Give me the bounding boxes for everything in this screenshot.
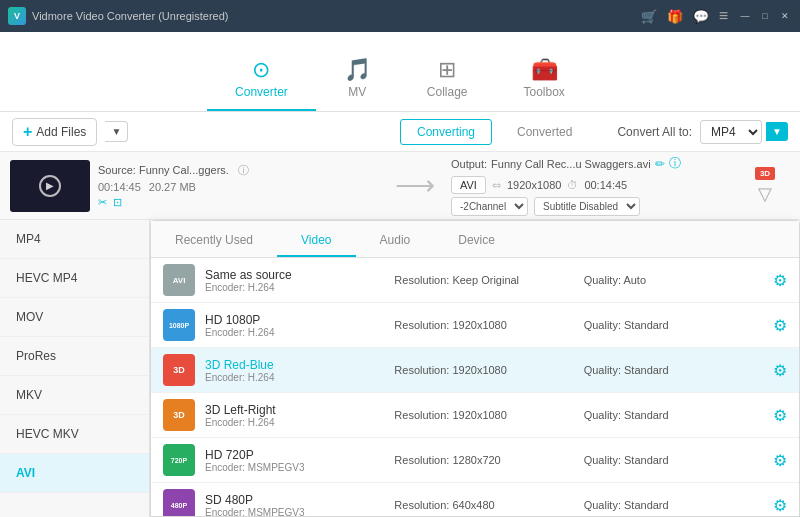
panel-tab-recently-used[interactable]: Recently Used <box>151 225 277 257</box>
format-name-same: Same as source <box>205 268 384 282</box>
format-desc-3d-red: 3D Red-Blue Encoder: H.264 <box>205 358 384 383</box>
tab-toolbox[interactable]: 🧰 Toolbox <box>496 51 593 111</box>
arrow-right-icon: ⟶ <box>387 169 443 202</box>
panel-tab-device[interactable]: Device <box>434 225 519 257</box>
format-badge-avi: AVI <box>451 176 486 194</box>
format-list: MP4 HEVC MP4 MOV ProRes MKV HEVC MKV AVI <box>0 220 150 517</box>
file-duration: 00:14:45 <box>98 181 141 193</box>
add-files-label: Add Files <box>36 125 86 139</box>
format-table: AVI Same as source Encoder: H.264 Resolu… <box>151 258 799 516</box>
convert-all-select[interactable]: MP4 AVI MKV MOV <box>700 120 762 144</box>
format-list-item-hevc-mp4[interactable]: HEVC MP4 <box>0 259 149 298</box>
format-resolution-3d-lr: Resolution: 1920x1080 <box>394 409 573 421</box>
format-resolution-3d-red: Resolution: 1920x1080 <box>394 364 573 376</box>
source-label: Source: <box>98 164 136 176</box>
file-thumbnail: ▶ <box>10 160 90 212</box>
format-list-item-prores[interactable]: ProRes <box>0 337 149 376</box>
format-list-item-hevc-mkv[interactable]: HEVC MKV <box>0 415 149 454</box>
info-output-icon[interactable]: ⓘ <box>669 155 681 172</box>
format-encoder-3d-red: Encoder: H.264 <box>205 372 384 383</box>
format-row-3d-left-right[interactable]: 3D 3D Left-Right Encoder: H.264 Resoluti… <box>151 393 799 438</box>
converted-tab-button[interactable]: Converted <box>500 119 589 145</box>
subtitle-select[interactable]: Subtitle Disabled <box>534 197 640 216</box>
minimize-button[interactable]: — <box>738 9 752 23</box>
file-source: Source: Funny Cal...ggers. ⓘ <box>98 163 379 178</box>
format-row-same-as-source[interactable]: AVI Same as source Encoder: H.264 Resolu… <box>151 258 799 303</box>
format-list-item-mp4[interactable]: MP4 <box>0 220 149 259</box>
format-encoder-3d-lr: Encoder: H.264 <box>205 417 384 428</box>
convert-all-dropdown-button[interactable]: ▼ <box>766 122 788 141</box>
collage-icon: ⊞ <box>438 59 456 81</box>
add-files-dropdown-button[interactable]: ▼ <box>105 121 128 142</box>
format-label: AVI <box>460 179 477 191</box>
maximize-button[interactable]: □ <box>758 9 772 23</box>
expand-icon[interactable]: ▽ <box>758 183 772 205</box>
format-quality-same: Quality: Auto <box>584 274 763 286</box>
format-encoder-1080p: Encoder: H.264 <box>205 327 384 338</box>
app-icon: V <box>8 7 26 25</box>
format-icon-1080p: 1080P <box>163 309 195 341</box>
format-settings-480p[interactable]: ⚙ <box>773 496 787 515</box>
format-icon-480p: 480P <box>163 489 195 516</box>
format-list-item-mkv[interactable]: MKV <box>0 376 149 415</box>
format-settings-3d-red[interactable]: ⚙ <box>773 361 787 380</box>
add-files-button[interactable]: + Add Files <box>12 118 97 146</box>
format-icon-720p: 720P <box>163 444 195 476</box>
panel-tab-audio[interactable]: Audio <box>356 225 435 257</box>
source-name: Funny Cal...ggers. <box>139 164 229 176</box>
trim-icon[interactable]: ✂ <box>98 196 107 209</box>
tab-collage[interactable]: ⊞ Collage <box>399 51 496 111</box>
audio-select[interactable]: -2Channel <box>451 197 528 216</box>
message-icon[interactable]: 💬 <box>693 9 709 24</box>
format-row-3d-red-blue[interactable]: 3D 3D Red-Blue Encoder: H.264 Resolution… <box>151 348 799 393</box>
convert-all-label: Convert All to: <box>617 125 692 139</box>
main-area: ▶ Source: Funny Cal...ggers. ⓘ 00:14:45 … <box>0 152 800 517</box>
format-desc-same: Same as source Encoder: H.264 <box>205 268 384 293</box>
cart-icon[interactable]: 🛒 <box>641 9 657 24</box>
format-settings-1080p[interactable]: ⚙ <box>773 316 787 335</box>
format-settings-3d-lr[interactable]: ⚙ <box>773 406 787 425</box>
close-button[interactable]: ✕ <box>778 9 792 23</box>
format-row-hd-1080p[interactable]: 1080P HD 1080P Encoder: H.264 Resolution… <box>151 303 799 348</box>
menu-icon[interactable]: ≡ <box>719 7 728 25</box>
output-name-row: Output: Funny Call Rec...u Swaggers.avi … <box>451 155 732 172</box>
titlebar: V Vidmore Video Converter (Unregistered)… <box>0 0 800 32</box>
tab-converter-label: Converter <box>235 85 288 99</box>
crop-icon[interactable]: ⊡ <box>113 196 122 209</box>
tab-mv-label: MV <box>348 85 366 99</box>
plus-icon: + <box>23 123 32 141</box>
tab-mv[interactable]: 🎵 MV <box>316 51 399 111</box>
toolbar: + Add Files ▼ Converting Converted Conve… <box>0 112 800 152</box>
format-encoder-same: Encoder: H.264 <box>205 282 384 293</box>
format-list-item-mov[interactable]: MOV <box>0 298 149 337</box>
info-icon-source[interactable]: ⓘ <box>238 164 249 176</box>
converter-icon: ⊙ <box>252 59 270 81</box>
panel-tab-video[interactable]: Video <box>277 225 355 257</box>
window-controls: — □ ✕ <box>738 9 792 23</box>
file-output: Output: Funny Call Rec...u Swaggers.avi … <box>451 155 732 216</box>
format-settings-720p[interactable]: ⚙ <box>773 451 787 470</box>
format-quality-720p: Quality: Standard <box>584 454 763 466</box>
format-encoder-480p: Encoder: MSMPEGV3 <box>205 507 384 517</box>
format-icon-3d-lr: 3D <box>163 399 195 431</box>
edit-output-icon[interactable]: ✏ <box>655 157 665 171</box>
converting-tab-button[interactable]: Converting <box>400 119 492 145</box>
format-row-hd-720p[interactable]: 720P HD 720P Encoder: MSMPEGV3 Resolutio… <box>151 438 799 483</box>
mv-icon: 🎵 <box>344 59 371 81</box>
play-button[interactable]: ▶ <box>39 175 61 197</box>
file-info: Source: Funny Cal...ggers. ⓘ 00:14:45 20… <box>98 163 379 209</box>
top-nav: ⊙ Converter 🎵 MV ⊞ Collage 🧰 Toolbox <box>0 32 800 112</box>
format-quality-3d-lr: Quality: Standard <box>584 409 763 421</box>
format-encoder-720p: Encoder: MSMPEGV3 <box>205 462 384 473</box>
tab-converter[interactable]: ⊙ Converter <box>207 51 316 111</box>
format-desc-720p: HD 720P Encoder: MSMPEGV3 <box>205 448 384 473</box>
format-settings-same[interactable]: ⚙ <box>773 271 787 290</box>
app-title: Vidmore Video Converter (Unregistered) <box>32 10 641 22</box>
file-meta: 00:14:45 20.27 MB <box>98 181 379 193</box>
format-desc-1080p: HD 1080P Encoder: H.264 <box>205 313 384 338</box>
gift-icon[interactable]: 🎁 <box>667 9 683 24</box>
format-name-480p: SD 480P <box>205 493 384 507</box>
format-list-item-avi[interactable]: AVI <box>0 454 149 493</box>
format-panel: Recently Used Video Audio Device AVI Sam… <box>150 220 800 517</box>
format-row-sd-480p[interactable]: 480P SD 480P Encoder: MSMPEGV3 Resolutio… <box>151 483 799 516</box>
